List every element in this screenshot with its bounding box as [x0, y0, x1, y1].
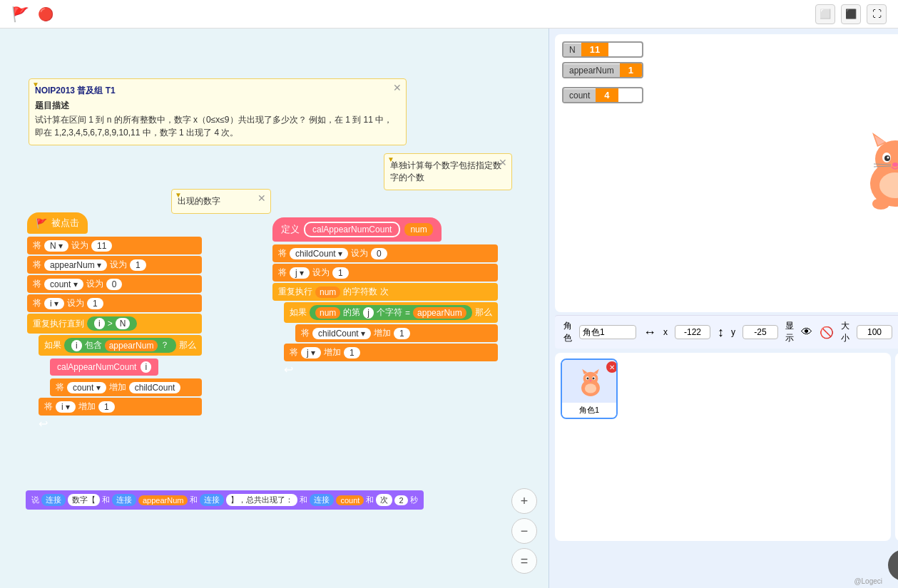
monitor-count: count 4	[562, 87, 643, 103]
var-n-dropdown[interactable]: N ▾	[44, 240, 68, 252]
var-j-dd2[interactable]: j ▾	[301, 347, 321, 359]
svg-point-18	[872, 198, 889, 210]
eye-hide-icon[interactable]: 🚫	[820, 326, 834, 339]
call-func-label: calAppearNumCount	[57, 362, 136, 372]
var-i-dropdown1[interactable]: i ▾	[44, 298, 64, 309]
condition-i-gt-n: i > N	[87, 316, 137, 331]
call-func-arg: i	[141, 361, 151, 373]
val-1: 1	[130, 259, 146, 271]
add-count-block[interactable]: 将 count ▾ 增加 childCount	[50, 378, 202, 396]
svg-point-29	[585, 383, 596, 393]
layout-icon-1[interactable]: ⬜	[815, 4, 835, 24]
if-char-block[interactable]: 如果 num 的第 j 个字符 = appearNum 那么	[284, 302, 498, 323]
sprite-item-1[interactable]: ✕ 角色1	[561, 359, 618, 419]
sprites-list: ✕ 角色1	[555, 353, 891, 541]
val-1c: 1	[98, 401, 115, 413]
stop-button[interactable]: 🔴	[38, 6, 53, 22]
say-text1: 数字【	[68, 494, 100, 506]
add-j-block[interactable]: 将 j ▾ 增加 1	[284, 344, 498, 361]
val-num1: num	[315, 287, 340, 298]
val-0b: 0	[371, 248, 387, 259]
role-name-input[interactable]	[579, 325, 636, 339]
zoom-reset-button[interactable]: =	[511, 548, 537, 574]
val-i: i	[94, 318, 105, 329]
function-call-area: calAppearNumCount i 将 count ▾ 增加 childCo…	[50, 357, 202, 396]
join-label4: 连接	[310, 494, 334, 506]
val-i2: i	[71, 340, 82, 351]
cat-svg	[852, 120, 898, 212]
say-count: count	[336, 495, 364, 505]
repeat-num-block[interactable]: 重复执行 num 的字符数 次	[272, 283, 498, 301]
note1-close[interactable]: ✕	[393, 82, 402, 93]
repeat-until-block[interactable]: 重复执行直到 i > N	[27, 314, 202, 334]
var-childcount-dd[interactable]: childCount ▾	[290, 248, 348, 259]
val-1f: 1	[344, 347, 360, 359]
eye-show-icon[interactable]: 👁	[801, 326, 812, 339]
size-input[interactable]	[857, 325, 892, 339]
define-block[interactable]: 定义 calAppearNumCount num	[272, 217, 442, 242]
call-func-block[interactable]: calAppearNumCount i	[50, 359, 158, 376]
flag-button[interactable]: 🚩	[11, 6, 29, 23]
note2-close[interactable]: ✕	[257, 192, 266, 204]
note1-corner: ▼	[32, 81, 39, 88]
x-input[interactable]	[675, 325, 710, 339]
var-j-dd[interactable]: j ▾	[290, 267, 310, 279]
fullscreen-icon[interactable]: ⛶	[867, 4, 887, 24]
monitor-appearnum-label: appearNum	[563, 64, 620, 77]
note1-text: 试计算在区间 1 到 n 的所有整数中，数字 x（0≤x≤9）共出现了多少次？ …	[35, 113, 400, 139]
monitor-count-value: 4	[596, 88, 618, 102]
right-panel: N 11 appearNum 1 count 4	[549, 29, 898, 588]
note-appear: ✕ ▼ 出现的数字	[171, 189, 271, 214]
join-label3: 连接	[200, 494, 224, 506]
layout-icon-2[interactable]: ⬛	[841, 4, 861, 24]
set-n-block[interactable]: 将 N ▾ 设为 11	[27, 237, 202, 254]
var-appearnum-dropdown[interactable]: appearNum ▾	[44, 259, 107, 271]
flag-icon: 🚩	[36, 218, 47, 229]
say-block[interactable]: 说 连接 数字【 和 连接 appearNum 和 连接 】，总共出现了： 和 …	[26, 490, 424, 510]
set-count-block[interactable]: 将 count ▾ 设为 0	[27, 275, 202, 293]
sprite-thumb-cat	[573, 364, 608, 398]
var-count-dropdown[interactable]: count ▾	[44, 279, 83, 290]
say-text3: 次	[376, 494, 392, 506]
hat-block[interactable]: 🚩 被点击	[27, 212, 88, 234]
note2-corner: ▼	[175, 191, 182, 199]
svg-point-12	[892, 163, 898, 167]
stage-panel: 舞台 1	[895, 353, 898, 541]
val-N: N	[116, 318, 131, 329]
var-childcount-dd2[interactable]: childCount ▾	[312, 328, 371, 339]
switch-button[interactable]: ⇄	[888, 550, 898, 581]
add-childcount-block[interactable]: 将 childCount ▾ 增加 1	[295, 324, 498, 342]
val-1e: 1	[394, 328, 410, 339]
condition-contains: i 包含 appearNum ？	[64, 338, 176, 353]
monitor-appearnum-value: 1	[620, 63, 642, 77]
set-i-block[interactable]: 将 i ▾ 设为 1	[27, 294, 202, 312]
note1-subtitle: 题目描述	[35, 100, 400, 112]
val-childcount: childCount	[129, 382, 181, 393]
if-contains-block[interactable]: 如果 i 包含 appearNum ？ 那么	[39, 335, 202, 356]
y-input[interactable]	[743, 325, 778, 339]
zoom-in-button[interactable]: +	[511, 488, 537, 514]
char-condition: num 的第 j 个字符 = appearNum	[310, 305, 472, 320]
set-childcount-block[interactable]: 将 childCount ▾ 设为 0	[272, 244, 498, 262]
arrows-icon[interactable]: ↔	[643, 325, 656, 340]
var-i-dd2[interactable]: i ▾	[56, 401, 76, 413]
var-count-dd2[interactable]: count ▾	[67, 382, 106, 393]
val-1d: 1	[332, 267, 349, 279]
monitor-n: N 11	[562, 41, 643, 58]
set-appearnum-block[interactable]: 将 appearNum ▾ 设为 1	[27, 256, 202, 274]
add-i-block[interactable]: 将 i ▾ 增加 1	[39, 398, 202, 416]
size-label: 大小	[841, 320, 849, 344]
sprite-delete-btn[interactable]: ✕	[606, 361, 618, 373]
note1-title: NOIP2013 普及组 T1	[35, 85, 400, 97]
define-func-name: calAppearNumCount	[304, 222, 400, 237]
top-bar-left: 🚩 🔴	[11, 6, 53, 23]
note-calc: ✕ ▼ 单独计算每个数字包括指定数字的个数	[384, 153, 512, 190]
note-problem: ✕ ▼ NOIP2013 普及组 T1 题目描述 试计算在区间 1 到 n 的所…	[29, 78, 407, 145]
zoom-out-button[interactable]: −	[511, 518, 537, 544]
bottom-btns-area: ⇄ 🐱 @Logeci	[549, 545, 898, 588]
csdn-watermark: @Logeci	[854, 577, 882, 585]
x-label: x	[663, 327, 668, 337]
note3-text: 单独计算每个数字包括指定数字的个数	[390, 160, 506, 184]
note3-close[interactable]: ✕	[499, 157, 507, 168]
set-j-block[interactable]: 将 j ▾ 设为 1	[272, 264, 498, 282]
